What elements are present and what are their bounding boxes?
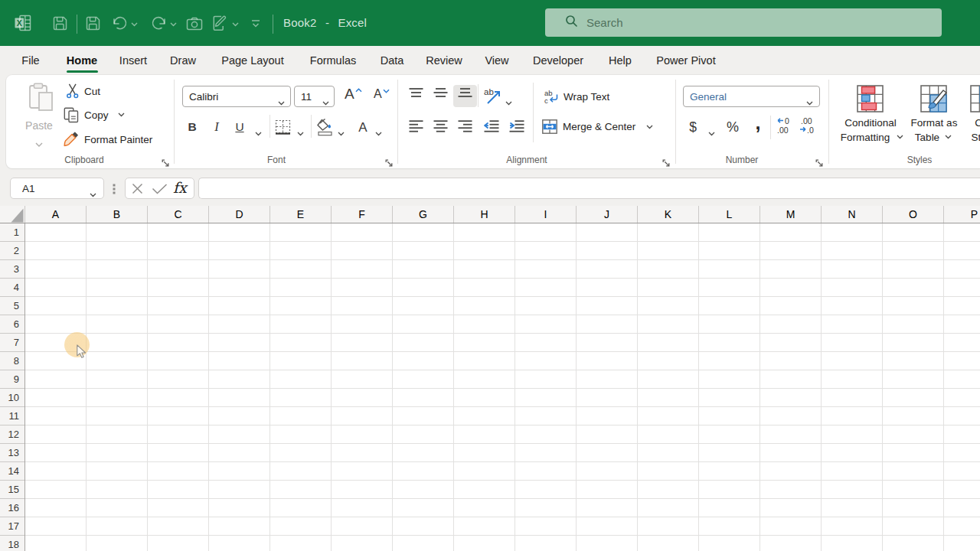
row-header-15[interactable]: 15	[0, 481, 24, 499]
row-header-5[interactable]: 5	[0, 297, 24, 315]
column-header-M[interactable]: M	[760, 206, 822, 223]
row-header-14[interactable]: 14	[0, 462, 24, 481]
wrap-text-button[interactable]: ab c Wrap Text	[544, 90, 609, 104]
row-header-6[interactable]: 6	[0, 315, 24, 334]
accounting-dropdown-icon[interactable]	[708, 126, 715, 139]
ribbon-tab-power-pivot[interactable]: Power Pivot	[656, 46, 715, 75]
ribbon-tab-draw[interactable]: Draw	[170, 46, 196, 75]
redo-icon[interactable]	[151, 16, 167, 31]
borders-dropdown-icon[interactable]	[297, 126, 304, 139]
column-header-G[interactable]: G	[393, 206, 454, 223]
column-header-D[interactable]: D	[209, 206, 270, 223]
center-button[interactable]	[433, 120, 448, 135]
align-left-button[interactable]	[409, 120, 423, 135]
cells-area[interactable]	[25, 223, 980, 551]
row-header-18[interactable]: 18	[0, 536, 24, 551]
ribbon-tab-help[interactable]: Help	[609, 46, 632, 75]
sheet-grid[interactable]: 123456789101112131415161718	[0, 223, 980, 551]
column-header-E[interactable]: E	[270, 206, 332, 223]
font-size-combobox[interactable]: 11	[294, 86, 335, 107]
middle-align-button[interactable]	[433, 87, 448, 101]
ribbon-tab-insert[interactable]: Insert	[119, 46, 147, 75]
comma-style-button[interactable]: ,	[750, 112, 766, 133]
select-all-corner[interactable]	[0, 206, 25, 223]
column-header-B[interactable]: B	[87, 206, 148, 223]
cut-button[interactable]: Cut	[67, 81, 100, 101]
accounting-format-button[interactable]: $	[685, 117, 701, 139]
search-box[interactable]: Search	[545, 8, 942, 37]
column-header-J[interactable]: J	[577, 206, 638, 223]
format-as-table-button[interactable]: Format as Table	[916, 81, 970, 152]
insert-function-button[interactable]: fx	[173, 179, 187, 196]
number-dialog-launcher-icon[interactable]	[815, 157, 824, 171]
orientation-dropdown-icon[interactable]	[505, 95, 512, 109]
font-color-dropdown-icon[interactable]	[375, 126, 382, 139]
column-header-O[interactable]: O	[883, 206, 944, 223]
merge-center-button[interactable]: Merge & Center	[542, 119, 653, 134]
row-header-16[interactable]: 16	[0, 499, 24, 517]
conditional-formatting-button[interactable]: Conditional Formatting	[837, 81, 916, 152]
ribbon-tab-developer[interactable]: Developer	[533, 46, 583, 75]
bottom-align-button[interactable]	[458, 87, 472, 101]
underline-dropdown-icon[interactable]	[255, 126, 262, 139]
decrease-indent-button[interactable]	[484, 120, 499, 135]
screenshot-camera-icon[interactable]	[186, 16, 203, 31]
formula-input[interactable]	[198, 178, 980, 199]
cell-styles-button[interactable]: Cell Styles	[970, 81, 980, 152]
row-header-2[interactable]: 2	[0, 242, 24, 260]
decrease-decimal-button[interactable]: .00 .0	[799, 116, 819, 138]
undo-icon[interactable]	[112, 16, 128, 31]
decrease-font-size-button[interactable]: A	[372, 84, 395, 107]
column-header-H[interactable]: H	[454, 206, 515, 223]
copy-button[interactable]: Copy	[64, 105, 125, 125]
font-dialog-launcher-icon[interactable]	[385, 157, 394, 171]
column-header-A[interactable]: A	[25, 206, 87, 223]
top-align-button[interactable]	[409, 87, 423, 101]
name-box[interactable]: A1	[10, 178, 104, 199]
save-icon-2[interactable]	[86, 16, 100, 31]
bold-button[interactable]: B	[185, 118, 199, 138]
italic-button[interactable]: I	[210, 118, 224, 138]
undo-dropdown-icon[interactable]	[131, 22, 138, 27]
row-header-9[interactable]: 9	[0, 370, 24, 389]
customize-quick-access-icon[interactable]	[250, 19, 261, 28]
format-painter-button[interactable]: Format Painter	[64, 129, 152, 149]
underline-button[interactable]: U	[233, 118, 247, 138]
enter-icon[interactable]	[152, 184, 168, 198]
align-right-button[interactable]	[458, 120, 472, 135]
ribbon-tab-formulas[interactable]: Formulas	[310, 46, 356, 75]
column-header-K[interactable]: K	[638, 206, 699, 223]
row-header-8[interactable]: 8	[0, 352, 24, 370]
redo-dropdown-icon[interactable]	[170, 22, 177, 27]
row-header-4[interactable]: 4	[0, 279, 24, 297]
increase-decimal-button[interactable]: 0 .00	[776, 116, 795, 138]
edit-document-dropdown-icon[interactable]	[232, 22, 239, 27]
column-header-N[interactable]: N	[822, 206, 883, 223]
increase-font-size-button[interactable]: A	[343, 84, 366, 107]
paste-button[interactable]: Paste	[25, 81, 65, 152]
row-header-10[interactable]: 10	[0, 389, 24, 407]
column-header-L[interactable]: L	[699, 206, 760, 223]
ribbon-tab-data[interactable]: Data	[381, 46, 404, 75]
row-header-7[interactable]: 7	[0, 334, 24, 352]
row-header-13[interactable]: 13	[0, 444, 24, 462]
column-header-P[interactable]: P	[944, 206, 980, 223]
row-header-12[interactable]: 12	[0, 425, 24, 444]
alignment-dialog-launcher-icon[interactable]	[662, 157, 671, 171]
ribbon-tab-view[interactable]: View	[485, 46, 508, 75]
column-header-I[interactable]: I	[515, 206, 577, 223]
font-color-button[interactable]: A	[355, 118, 371, 138]
increase-indent-button[interactable]	[509, 120, 524, 135]
number-format-combobox[interactable]: General	[683, 86, 820, 107]
save-icon[interactable]	[53, 16, 67, 31]
fill-color-button[interactable]	[315, 118, 334, 139]
row-header-11[interactable]: 11	[0, 407, 24, 425]
column-header-F[interactable]: F	[332, 206, 393, 223]
ribbon-tab-file[interactable]: File	[21, 46, 39, 75]
font-name-combobox[interactable]: Calibri	[182, 86, 291, 107]
row-header-17[interactable]: 17	[0, 517, 24, 536]
orientation-button[interactable]: ab	[484, 87, 502, 109]
ribbon-tab-page-layout[interactable]: Page Layout	[221, 46, 283, 75]
ribbon-tab-review[interactable]: Review	[426, 46, 462, 75]
cancel-icon[interactable]	[132, 183, 143, 197]
